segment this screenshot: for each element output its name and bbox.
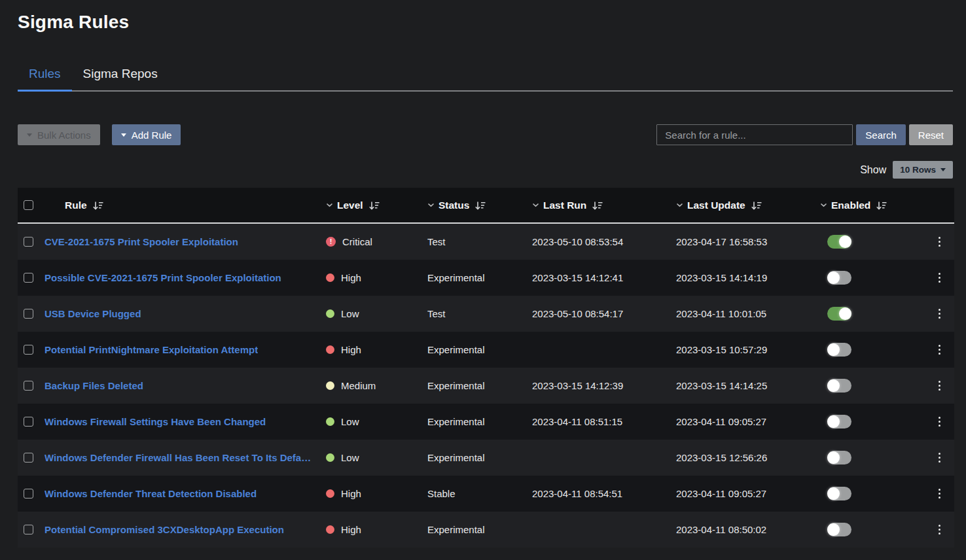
tab-bar: Rules Sigma Repos (18, 61, 953, 92)
column-label: Last Run (543, 200, 586, 211)
enabled-toggle[interactable] (827, 235, 851, 249)
rule-link[interactable]: Windows Firewall Settings Have Been Chan… (45, 416, 266, 427)
show-label: Show (860, 164, 886, 176)
rule-link[interactable]: Windows Defender Firewall Has Been Reset… (45, 452, 316, 463)
level-label: High (341, 344, 361, 355)
last-run-value: 2023-04-11 08:54:51 (532, 488, 622, 499)
rule-link[interactable]: Potential PrintNightmare Exploitation At… (45, 344, 258, 355)
row-checkbox[interactable] (24, 309, 33, 319)
sort-icon[interactable] (751, 201, 762, 211)
status-label: Experimental (427, 344, 485, 355)
kebab-menu-icon[interactable] (935, 234, 945, 250)
level-label: Low (341, 452, 359, 463)
rows-per-page-value: 10 Rows (900, 165, 936, 175)
rules-table: Rule Level Status (18, 188, 954, 548)
pagination-controls: Show 10 Rows (18, 161, 953, 179)
caret-down-icon (121, 133, 126, 137)
last-update-value: 2023-04-17 16:58:53 (676, 236, 767, 247)
table-row: CVE-2021-1675 Print Spooler Exploitation… (18, 224, 954, 260)
rule-link[interactable]: Backup Files Deleted (45, 380, 143, 391)
status-label: Experimental (427, 524, 485, 535)
select-all-checkbox[interactable] (24, 200, 33, 210)
search-button[interactable]: Search (856, 124, 906, 145)
enabled-toggle[interactable] (827, 343, 851, 357)
last-update-value: 2023-04-11 09:05:27 (676, 488, 766, 499)
sort-icon[interactable] (474, 201, 486, 211)
column-header-level[interactable]: Level (322, 200, 423, 211)
last-run-value: 2023-05-10 08:54:17 (532, 308, 623, 319)
row-checkbox[interactable] (24, 489, 33, 499)
chevron-down-icon[interactable] (676, 203, 683, 207)
level-label: Low (341, 308, 359, 319)
rows-per-page-dropdown[interactable]: 10 Rows (893, 161, 953, 179)
rule-link[interactable]: Windows Defender Threat Detection Disabl… (45, 488, 257, 499)
chevron-down-icon[interactable] (427, 203, 435, 207)
kebab-menu-icon[interactable] (935, 342, 945, 358)
tab-sigma-repos[interactable]: Sigma Repos (72, 61, 169, 92)
sort-icon[interactable] (592, 201, 603, 211)
enabled-toggle[interactable] (827, 307, 851, 321)
enabled-toggle[interactable] (827, 487, 851, 500)
caret-down-icon (940, 168, 946, 171)
rule-link[interactable]: CVE-2021-1675 Print Spooler Exploitation (45, 236, 238, 247)
search-button-label: Search (865, 130, 897, 141)
toolbar: Bulk Actions Add Rule Search Reset (18, 124, 953, 145)
sort-icon[interactable] (368, 201, 380, 211)
column-header-last-update[interactable]: Last Update (672, 200, 816, 211)
last-run-value: 2023-03-15 14:12:39 (532, 380, 623, 391)
table-row: Windows Defender Threat Detection Disabl… (18, 476, 954, 512)
toggle-knob (827, 487, 840, 500)
column-header-enabled[interactable]: Enabled (816, 200, 921, 211)
chevron-down-icon[interactable] (532, 203, 539, 207)
last-run-value: 2023-04-11 08:51:15 (532, 416, 622, 427)
rule-link[interactable]: USB Device Plugged (45, 308, 141, 319)
search-input[interactable] (656, 124, 853, 145)
add-rule-label: Add Rule (132, 130, 172, 141)
reset-button[interactable]: Reset (909, 124, 953, 145)
row-checkbox[interactable] (24, 237, 33, 247)
table-row: USB Device Plugged Low Test 2023-05-10 0… (18, 296, 954, 332)
sort-icon[interactable] (876, 201, 887, 211)
chevron-down-icon[interactable] (326, 203, 333, 207)
enabled-toggle[interactable] (827, 451, 851, 464)
status-label: Test (427, 308, 446, 319)
status-label: Experimental (427, 380, 485, 391)
kebab-menu-icon[interactable] (935, 378, 945, 394)
last-update-value: 2023-03-15 14:14:19 (676, 272, 767, 283)
kebab-menu-icon[interactable] (935, 414, 945, 430)
sort-icon[interactable] (92, 201, 103, 211)
add-rule-button[interactable]: Add Rule (112, 124, 181, 145)
enabled-toggle[interactable] (827, 523, 851, 536)
chevron-down-icon[interactable] (820, 203, 827, 207)
row-checkbox[interactable] (24, 345, 33, 355)
level-dot-icon (326, 417, 334, 426)
table-header-row: Rule Level Status (18, 188, 954, 224)
row-checkbox[interactable] (24, 381, 33, 391)
column-header-status[interactable]: Status (423, 200, 528, 211)
row-checkbox[interactable] (24, 417, 33, 427)
row-checkbox[interactable] (24, 273, 33, 283)
level-dot-icon (326, 345, 334, 354)
kebab-menu-icon[interactable] (935, 270, 945, 286)
row-checkbox[interactable] (24, 453, 33, 463)
kebab-menu-icon[interactable] (935, 306, 945, 322)
enabled-toggle[interactable] (827, 379, 851, 393)
level-dot-icon (326, 381, 334, 390)
row-checkbox[interactable] (24, 525, 33, 534)
tab-rules[interactable]: Rules (18, 61, 72, 92)
enabled-toggle[interactable] (827, 415, 851, 429)
column-header-rule[interactable]: Rule (45, 200, 322, 211)
last-update-value: 2023-04-11 10:01:05 (676, 308, 766, 319)
enabled-toggle[interactable] (827, 271, 851, 285)
level-label: High (341, 488, 361, 499)
bulk-actions-button[interactable]: Bulk Actions (18, 124, 100, 145)
toggle-knob (839, 236, 851, 248)
kebab-menu-icon[interactable] (935, 522, 945, 538)
rule-link[interactable]: Potential Compromised 3CXDesktopApp Exec… (45, 524, 284, 535)
level-dot-icon: ! (326, 237, 336, 247)
kebab-menu-icon[interactable] (935, 486, 945, 502)
kebab-menu-icon[interactable] (935, 450, 945, 466)
rule-link[interactable]: Possible CVE-2021-1675 Print Spooler Exp… (45, 272, 281, 283)
table-row: Windows Firewall Settings Have Been Chan… (18, 404, 954, 440)
column-header-last-run[interactable]: Last Run (528, 200, 672, 211)
